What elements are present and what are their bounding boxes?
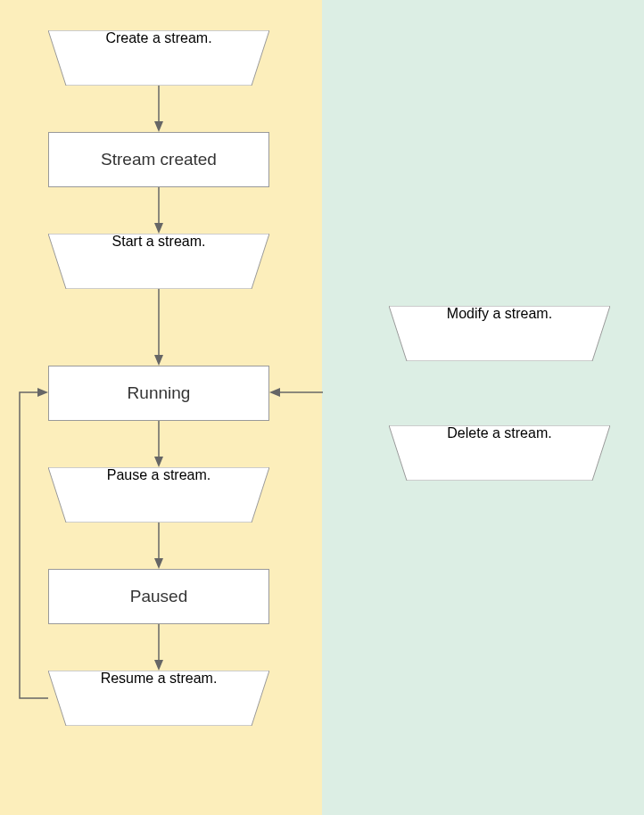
node-label: Create a stream. bbox=[48, 30, 269, 46]
arrow-down-icon bbox=[152, 421, 166, 467]
node-stream-created: Stream created bbox=[48, 132, 269, 187]
right-panel bbox=[322, 0, 644, 815]
node-label: Running bbox=[128, 383, 191, 403]
node-paused: Paused bbox=[48, 569, 269, 624]
arrow-down-icon bbox=[152, 523, 166, 569]
node-start-stream: Start a stream. bbox=[48, 234, 269, 289]
node-label: Start a stream. bbox=[48, 234, 269, 250]
node-create-stream: Create a stream. bbox=[48, 30, 269, 86]
node-label: Modify a stream. bbox=[389, 306, 610, 322]
svg-marker-12 bbox=[154, 558, 163, 569]
svg-marker-16 bbox=[37, 388, 48, 397]
svg-marker-7 bbox=[154, 355, 163, 366]
node-label: Stream created bbox=[101, 150, 217, 169]
arrow-down-icon bbox=[152, 187, 166, 234]
flowchart-container: Create a stream. Stream created Start a … bbox=[0, 0, 644, 815]
loop-arrow-icon bbox=[9, 387, 62, 708]
node-label: Delete a stream. bbox=[389, 425, 610, 441]
node-label: Resume a stream. bbox=[48, 671, 269, 687]
svg-marker-2 bbox=[154, 121, 163, 132]
node-running: Running bbox=[48, 366, 269, 421]
node-pause-stream: Pause a stream. bbox=[48, 467, 269, 523]
arrow-left-icon bbox=[269, 385, 323, 399]
arrow-down-icon bbox=[152, 86, 166, 132]
node-modify-stream: Modify a stream. bbox=[389, 306, 610, 361]
node-resume-stream: Resume a stream. bbox=[48, 671, 269, 726]
node-label: Paused bbox=[130, 587, 187, 606]
arrow-down-icon bbox=[152, 289, 166, 366]
svg-marker-14 bbox=[154, 660, 163, 671]
node-delete-stream: Delete a stream. bbox=[389, 425, 610, 481]
svg-marker-20 bbox=[269, 388, 280, 397]
node-label: Pause a stream. bbox=[48, 467, 269, 483]
svg-marker-9 bbox=[154, 457, 163, 467]
svg-marker-4 bbox=[154, 223, 163, 234]
arrow-down-icon bbox=[152, 624, 166, 671]
